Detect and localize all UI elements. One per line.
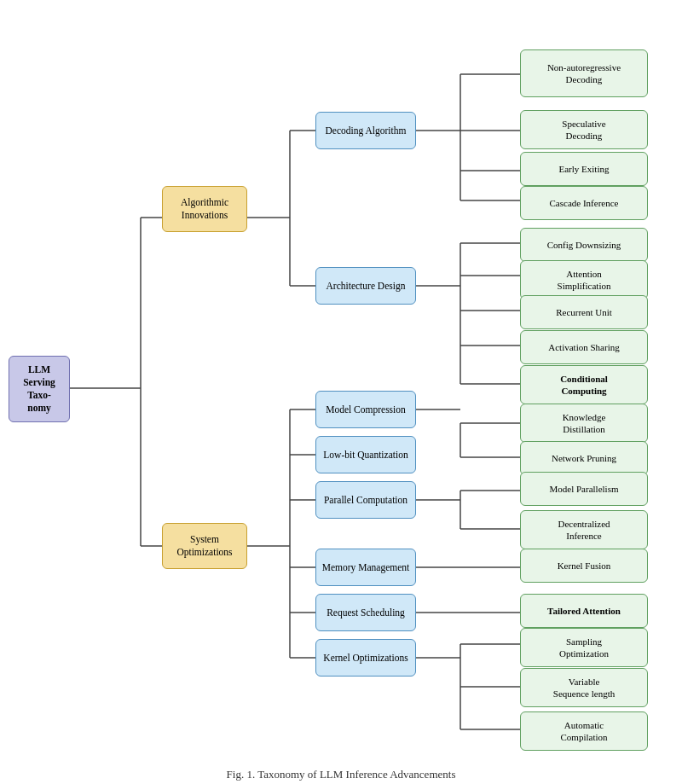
leaf-auto-comp: Automatic Compilation bbox=[520, 711, 648, 751]
leaf-config-down: Config Downsizing bbox=[520, 228, 648, 262]
node-decoding: Decoding Algorithm bbox=[315, 112, 416, 149]
node-request: Request Scheduling bbox=[315, 594, 416, 631]
node-sys: System Optimizations bbox=[162, 523, 247, 569]
leaf-early-exit: Early Exiting bbox=[520, 152, 648, 186]
node-model-comp: Model Compression bbox=[315, 391, 416, 428]
diagram-body: LLM Serving Taxo- nomy Algorithmic Innov… bbox=[9, 17, 673, 759]
leaf-act-share: Activation Sharing bbox=[520, 330, 648, 364]
diagram-wrapper: LLM Serving Taxo- nomy Algorithmic Innov… bbox=[9, 17, 673, 781]
leaf-net-prune: Network Pruning bbox=[520, 441, 648, 475]
node-algo: Algorithmic Innovations bbox=[162, 186, 247, 232]
node-parallel: Parallel Computation bbox=[315, 481, 416, 519]
node-lowbit: Low-bit Quantization bbox=[315, 436, 416, 473]
leaf-recurrent: Recurrent Unit bbox=[520, 295, 648, 329]
node-memory: Memory Management bbox=[315, 549, 416, 586]
leaf-cascade: Cascade Inference bbox=[520, 186, 648, 220]
leaf-know-dist: Knowledge Distillation bbox=[520, 404, 648, 443]
leaf-model-par: Model Parallelism bbox=[520, 472, 648, 506]
diagram-title: Fig. 1. Taxonomy of LLM Inference Advanc… bbox=[9, 768, 673, 781]
node-arch: Architecture Design bbox=[315, 267, 416, 305]
node-root: LLM Serving Taxo- nomy bbox=[9, 356, 70, 422]
leaf-cond-comp: Conditional Computing bbox=[520, 365, 648, 404]
node-kernel-opt: Kernel Optimizations bbox=[315, 639, 416, 677]
leaf-samp-opt: Sampling Optimization bbox=[520, 628, 648, 667]
leaf-kernel-fus: Kernel Fusion bbox=[520, 549, 648, 583]
leaf-decent-inf: Decentralized Inference bbox=[520, 510, 648, 549]
leaf-non-auto: Non-autoregressive Decoding bbox=[520, 49, 648, 97]
leaf-spec-dec: Speculative Decoding bbox=[520, 110, 648, 149]
leaf-var-seq: Variable Sequence length bbox=[520, 668, 648, 707]
leaf-tail-attn: Tailored Attention bbox=[520, 594, 648, 628]
leaf-attn-simp: Attention Simplification bbox=[520, 260, 648, 299]
